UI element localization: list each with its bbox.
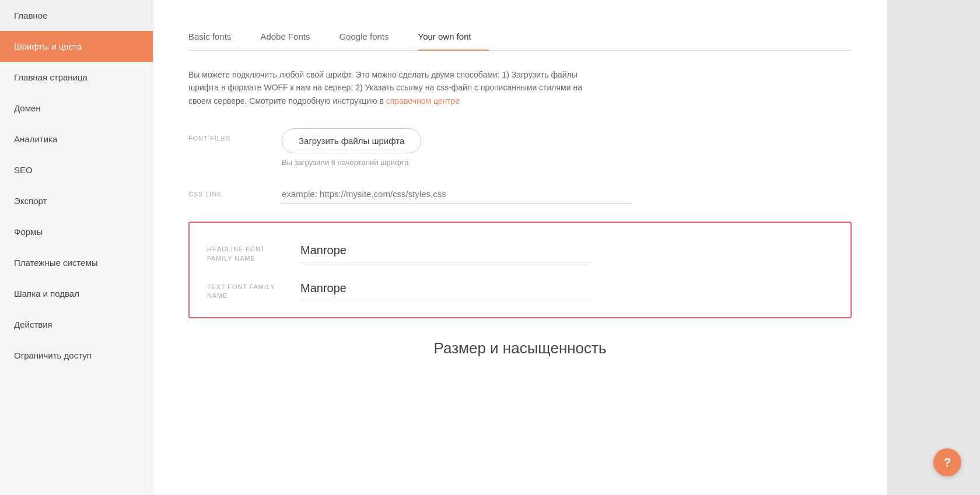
sidebar-item-homepage[interactable]: Главная страница xyxy=(0,62,153,93)
css-link-row: CSS LINK xyxy=(188,184,852,204)
css-link-input[interactable] xyxy=(282,184,632,204)
sidebar-item-main[interactable]: Главное xyxy=(0,0,153,31)
right-panel xyxy=(887,0,980,495)
headline-font-input-wrap xyxy=(300,239,833,262)
font-files-controls: Загрузить файлы шрифта Вы загрузили 6 на… xyxy=(282,128,852,167)
font-tabs: Basic fonts Adobe Fonts Google fonts You… xyxy=(188,23,852,51)
tab-own[interactable]: Your own font xyxy=(418,23,489,51)
headline-font-input[interactable] xyxy=(300,239,592,262)
text-font-input-wrap xyxy=(300,277,833,300)
tab-google[interactable]: Google fonts xyxy=(339,23,406,50)
css-link-wrap xyxy=(282,184,852,204)
tab-adobe[interactable]: Adobe Fonts xyxy=(260,23,327,50)
description-text: Вы можете подключить любой свой шрифт. Э… xyxy=(188,68,597,107)
sidebar-item-analytics[interactable]: Аналитика xyxy=(0,124,153,155)
sidebar-item-fonts[interactable]: Шрифты и цвета xyxy=(0,31,153,62)
font-name-section: HEADLINE FONT FAMILY NAME TEXT FONT FAMI… xyxy=(188,222,852,318)
tab-basic[interactable]: Basic fonts xyxy=(188,23,249,50)
help-link[interactable]: справочном центре xyxy=(386,96,460,106)
font-files-label: FONT FILES xyxy=(188,128,258,143)
text-font-label: TEXT FONT FAMILY NAME xyxy=(207,277,277,301)
section-heading: Размер и насыщенность xyxy=(188,339,852,357)
help-button[interactable]: ? xyxy=(933,448,961,476)
main-content: Basic fonts Adobe Fonts Google fonts You… xyxy=(153,0,887,495)
text-font-input[interactable] xyxy=(300,277,592,300)
css-link-label: CSS LINK xyxy=(188,184,258,199)
sidebar-item-restrict[interactable]: Ограничить доступ xyxy=(0,340,153,371)
sidebar-item-payments[interactable]: Платежные системы xyxy=(0,247,153,278)
sidebar-item-export[interactable]: Экспорт xyxy=(0,185,153,216)
sidebar-item-actions[interactable]: Действия xyxy=(0,309,153,340)
sidebar-item-domain[interactable]: Домен xyxy=(0,93,153,124)
text-font-row: TEXT FONT FAMILY NAME xyxy=(207,277,833,301)
headline-font-label: HEADLINE FONT FAMILY NAME xyxy=(207,239,277,263)
description-body: Вы можете подключить любой свой шрифт. Э… xyxy=(188,70,582,106)
upload-hint: Вы загрузили 6 начертаний шрифта xyxy=(282,158,852,167)
upload-font-button[interactable]: Загрузить файлы шрифта xyxy=(282,128,421,153)
sidebar-item-seo[interactable]: SEO xyxy=(0,155,153,185)
sidebar: Главное Шрифты и цвета Главная страница … xyxy=(0,0,153,495)
sidebar-item-header-footer[interactable]: Шапка и подвал xyxy=(0,278,153,309)
headline-font-row: HEADLINE FONT FAMILY NAME xyxy=(207,239,833,263)
sidebar-item-forms[interactable]: Формы xyxy=(0,216,153,247)
font-files-row: FONT FILES Загрузить файлы шрифта Вы заг… xyxy=(188,128,852,167)
